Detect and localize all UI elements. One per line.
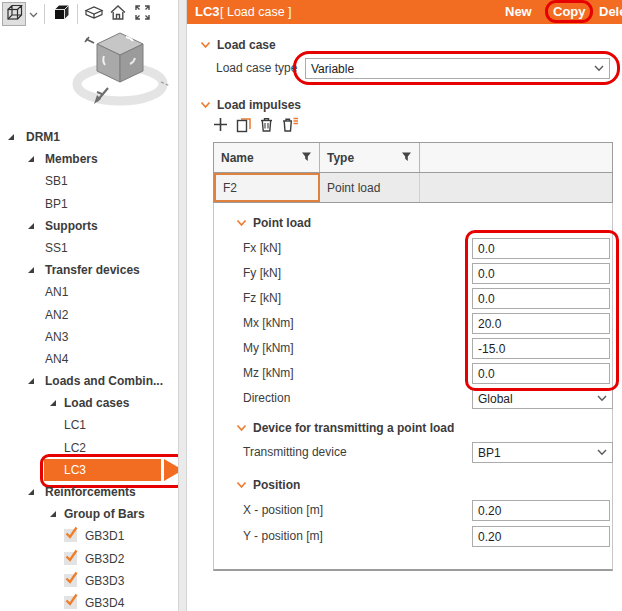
expand-arrow-icon[interactable] xyxy=(28,378,34,384)
cell-empty[interactable] xyxy=(420,173,612,202)
expand-arrow-icon[interactable] xyxy=(28,489,34,495)
tree-item-an2[interactable]: AN2 xyxy=(0,304,178,326)
x-position-label: X - position [m] xyxy=(243,503,323,517)
cell-name-selected[interactable]: F2 xyxy=(214,173,320,202)
section-position[interactable]: Position xyxy=(236,478,300,492)
column-header-type[interactable]: Type xyxy=(320,143,420,172)
tree-item-gb3d3[interactable]: GB3D3 xyxy=(0,570,178,592)
expand-arrow-icon[interactable] xyxy=(28,267,34,273)
tree-item-supports[interactable]: Supports xyxy=(0,215,178,237)
new-button[interactable]: New xyxy=(505,0,532,24)
tree-item-load-cases[interactable]: Load cases xyxy=(0,392,178,414)
navigation-cube[interactable] xyxy=(64,22,172,125)
tree-item-ss1[interactable]: SS1 xyxy=(0,237,178,259)
filter-icon[interactable] xyxy=(401,151,412,165)
expand-arrow-icon[interactable] xyxy=(8,134,14,140)
section-transmitting-device[interactable]: Device for transmitting a point load xyxy=(236,421,454,435)
expand-icon xyxy=(134,4,151,24)
fx-input[interactable]: 0.0 xyxy=(472,238,610,259)
checkbox-checked[interactable] xyxy=(64,574,77,587)
checkbox-checked[interactable] xyxy=(64,529,77,542)
expand-arrow-icon[interactable] xyxy=(28,156,34,162)
fx-label: Fx [kN] xyxy=(243,241,281,255)
tree-item-lc3[interactable]: LC3 xyxy=(0,459,178,481)
delete-all-button[interactable] xyxy=(281,116,299,136)
row-detail-panel: Point load Fx [kN] 0.0 Fy [kN] 0.0 Fz [k… xyxy=(213,203,613,571)
tree-item-loads-and-combinations[interactable]: Loads and Combin... xyxy=(0,370,178,392)
expand-arrow-icon[interactable] xyxy=(50,511,56,517)
tree-item-transfer-devices[interactable]: Transfer devices xyxy=(0,259,178,281)
clip-view-icon xyxy=(84,4,104,24)
toolbar-divider xyxy=(77,4,78,24)
checkbox-checked[interactable] xyxy=(64,552,77,565)
tree-item-group-of-bars[interactable]: Group of Bars xyxy=(0,503,178,525)
chevron-down-icon xyxy=(29,7,38,21)
tree-item-gb3d2[interactable]: GB3D2 xyxy=(0,548,178,570)
section-chevron-icon xyxy=(236,424,247,432)
expand-arrow-icon[interactable] xyxy=(28,223,34,229)
section-chevron-icon xyxy=(236,219,247,227)
property-panel: LC3 [ Load case ] New Copy Delete Load c… xyxy=(187,0,622,611)
mz-label: Mz [kNm] xyxy=(243,366,294,380)
y-position-input[interactable]: 0.20 xyxy=(472,526,610,547)
delete-button-impulse[interactable] xyxy=(258,116,275,136)
tree-item-an4[interactable]: AN4 xyxy=(0,348,178,370)
add-button[interactable] xyxy=(212,116,229,136)
wireframe-cube-icon xyxy=(5,3,24,25)
tree-item-lc2[interactable]: LC2 xyxy=(0,437,178,459)
x-position-input[interactable]: 0.20 xyxy=(472,500,610,521)
section-chevron-icon xyxy=(236,481,247,489)
wireframe-view-button[interactable] xyxy=(2,2,26,26)
selected-item-highlight: LC3 xyxy=(44,459,161,481)
impulse-toolbar xyxy=(212,116,299,136)
fz-label: Fz [kN] xyxy=(243,291,281,305)
toolbar-divider xyxy=(44,4,45,24)
project-tree: DRM1 Members SB1 BP1 Supports SS1 Transf… xyxy=(0,126,178,611)
section-chevron-icon xyxy=(200,41,211,49)
fy-input[interactable]: 0.0 xyxy=(472,263,610,284)
checkbox-checked[interactable] xyxy=(64,596,77,609)
fz-input[interactable]: 0.0 xyxy=(472,288,610,309)
panel-title: LC3 xyxy=(195,0,220,24)
chevron-down-icon xyxy=(597,449,607,456)
transmitting-device-select[interactable]: BP1 xyxy=(472,442,613,463)
copy-button[interactable]: Copy xyxy=(553,0,586,24)
load-case-type-label: Load case type xyxy=(216,61,297,75)
pane-splitter[interactable] xyxy=(178,0,187,611)
tree-item-an1[interactable]: AN1 xyxy=(0,281,178,303)
chevron-down-icon xyxy=(594,65,604,72)
tree-item-bp1[interactable]: BP1 xyxy=(0,193,178,215)
tree-item-drm1[interactable]: DRM1 xyxy=(0,126,178,148)
tree-item-sb1[interactable]: SB1 xyxy=(0,170,178,192)
filter-icon[interactable] xyxy=(301,151,312,165)
direction-select[interactable]: Global xyxy=(472,388,613,409)
load-case-type-select[interactable]: Variable xyxy=(305,58,610,79)
delete-button[interactable]: Delete xyxy=(599,0,622,24)
tree-item-reinforcements[interactable]: Reinforcements xyxy=(0,481,178,503)
section-load-case[interactable]: Load case xyxy=(200,38,276,52)
mz-input[interactable]: 0.0 xyxy=(472,363,610,384)
impulses-table: Name Type F2 Point load xyxy=(213,142,613,203)
column-header-empty xyxy=(420,143,612,172)
panel-header: LC3 [ Load case ] New Copy Delete xyxy=(187,0,622,24)
transmitting-device-label: Transmitting device xyxy=(243,445,347,459)
tree-item-gb3d1[interactable]: GB3D1 xyxy=(0,525,178,547)
section-point-load[interactable]: Point load xyxy=(236,216,311,230)
home-icon xyxy=(109,4,127,24)
mx-label: Mx [kNm] xyxy=(243,316,294,330)
expand-arrow-icon[interactable] xyxy=(50,400,56,406)
orbit-dropdown-button[interactable] xyxy=(26,2,40,26)
column-header-name[interactable]: Name xyxy=(214,143,320,172)
mx-input[interactable]: 20.0 xyxy=(472,313,610,334)
tree-item-lc1[interactable]: LC1 xyxy=(0,414,178,436)
my-input[interactable]: -15.0 xyxy=(472,338,610,359)
table-row[interactable]: F2 Point load xyxy=(214,173,612,202)
direction-label: Direction xyxy=(243,391,290,405)
cell-type[interactable]: Point load xyxy=(320,173,420,202)
fy-label: Fy [kN] xyxy=(243,266,281,280)
tree-item-an3[interactable]: AN3 xyxy=(0,326,178,348)
duplicate-button[interactable] xyxy=(235,116,252,136)
tree-item-members[interactable]: Members xyxy=(0,148,178,170)
section-load-impulses[interactable]: Load impulses xyxy=(200,98,301,112)
tree-item-gb3d4[interactable]: GB3D4 xyxy=(0,592,178,611)
